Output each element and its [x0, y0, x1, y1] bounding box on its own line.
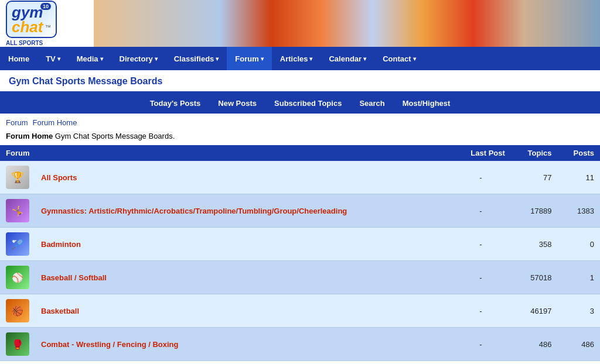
nav-classifieds[interactable]: Classifieds ▾	[166, 47, 227, 70]
last-post-cell: -	[451, 261, 511, 294]
table-row: ⚾Baseball / Softball-570181	[0, 261, 600, 294]
forum-icon-cell: 🤸	[0, 194, 35, 228]
posts-cell: 0	[558, 228, 600, 261]
forum-name-cell: Basketball	[35, 294, 451, 328]
nav-contact[interactable]: Contact ▾	[374, 47, 424, 70]
nav-media[interactable]: Media ▾	[69, 47, 111, 70]
topics-cell: 46197	[511, 294, 558, 328]
nav-forum[interactable]: Forum ▾	[227, 47, 271, 70]
col-posts: Posts	[558, 145, 600, 161]
posts-cell: 11	[558, 161, 600, 194]
topics-cell: 77	[511, 161, 558, 194]
breadcrumb-forum-home[interactable]: Forum Home	[33, 118, 77, 127]
logo-chat: chat	[12, 18, 43, 36]
table-row: 🏆All Sports-7711	[0, 161, 600, 194]
toolbar-search[interactable]: Search	[359, 99, 384, 108]
last-post-cell: -	[451, 228, 511, 261]
nav-directory[interactable]: Directory ▾	[111, 47, 166, 70]
toolbar-subscribed-topics[interactable]: Subscribed Topics	[274, 99, 342, 108]
topics-cell: 57018	[511, 261, 558, 294]
nav-tv-arrow: ▾	[57, 56, 60, 62]
posts-cell: 1383	[558, 194, 600, 228]
forum-name-cell: Badminton	[35, 228, 451, 261]
header-photo-collage	[94, 0, 600, 47]
nav-media-arrow: ▾	[100, 56, 103, 62]
forum-icon-cell: 🥊	[0, 328, 35, 361]
toolbar-todays-posts[interactable]: Today's Posts	[150, 99, 201, 108]
header: 10 gym chat ™ ALL SPORTS	[0, 0, 600, 47]
logo-area: 10 gym chat ™ ALL SPORTS	[0, 0, 94, 47]
header-banner	[94, 0, 600, 47]
nav-directory-arrow: ▾	[155, 56, 158, 62]
forum-icon-badminton: 🏸	[6, 232, 29, 256]
nav-articles-arrow: ▾	[309, 56, 312, 62]
topics-cell: 17889	[511, 194, 558, 228]
main-nav: Home TV ▾ Media ▾ Directory ▾ Classified…	[0, 47, 600, 70]
table-row: 🏸Badminton-3580	[0, 228, 600, 261]
posts-cell: 3	[558, 294, 600, 328]
breadcrumb: Forum Forum Home	[0, 114, 600, 129]
col-last-post: Last Post	[451, 145, 511, 161]
col-forum: Forum	[0, 145, 451, 161]
last-post-cell: -	[451, 161, 511, 194]
forum-name-cell: Gymnastics: Artistic/Rhythmic/Acrobatics…	[35, 194, 451, 228]
forum-name-cell: All Sports	[35, 161, 451, 194]
nav-forum-arrow: ▾	[261, 56, 264, 62]
forum-icon-cell: 🏆	[0, 161, 35, 194]
forum-table: Forum Last Post Topics Posts 🏆All Sports…	[0, 145, 600, 361]
forum-name-cell: Combat - Wrestling / Fencing / Boxing	[35, 328, 451, 361]
forum-link[interactable]: Basketball	[41, 307, 79, 315]
forum-link[interactable]: Badminton	[41, 240, 81, 249]
page-title-bar: Gym Chat Sports Message Boards	[0, 70, 600, 92]
logo-box: 10 gym chat ™ ALL SPORTS	[6, 1, 57, 46]
forum-icon-cell: 🏀	[0, 294, 35, 328]
nav-contact-arrow: ▾	[413, 56, 416, 62]
nav-tv[interactable]: TV ▾	[38, 47, 69, 70]
nav-articles[interactable]: Articles ▾	[272, 47, 321, 70]
posts-cell: 1	[558, 261, 600, 294]
nav-home[interactable]: Home	[0, 47, 38, 70]
forum-icon-basketball: 🏀	[6, 299, 29, 322]
topics-cell: 358	[511, 228, 558, 261]
last-post-cell: -	[451, 194, 511, 228]
toolbar-new-posts[interactable]: New Posts	[218, 99, 257, 108]
posts-cell: 486	[558, 328, 600, 361]
forum-icon-cell: 🏸	[0, 228, 35, 261]
forum-home-label: Forum Home Gym Chat Sports Message Board…	[0, 129, 600, 145]
table-header-row: Forum Last Post Topics Posts	[0, 145, 600, 161]
nav-calendar[interactable]: Calendar ▾	[321, 47, 374, 70]
forum-link[interactable]: Gymnastics: Artistic/Rhythmic/Acrobatics…	[41, 207, 347, 215]
page-title: Gym Chat Sports Message Boards	[9, 76, 162, 86]
forum-icon-cell: ⚾	[0, 261, 35, 294]
forum-icon-baseball: ⚾	[6, 266, 29, 289]
nav-classifieds-arrow: ▾	[216, 56, 219, 62]
logo-allsports: ALL SPORTS	[6, 40, 57, 46]
forum-icon-allsports: 🏆	[6, 166, 29, 189]
forum-link[interactable]: Baseball / Softball	[41, 273, 107, 282]
forum-link[interactable]: All Sports	[41, 173, 77, 182]
table-row: 🏀Basketball-461973	[0, 294, 600, 328]
last-post-cell: -	[451, 328, 511, 361]
forum-name-cell: Baseball / Softball	[35, 261, 451, 294]
nav-calendar-arrow: ▾	[363, 56, 366, 62]
last-post-cell: -	[451, 294, 511, 328]
forum-icon-gymnastics: 🤸	[6, 199, 29, 222]
forum-link[interactable]: Combat - Wrestling / Fencing / Boxing	[41, 340, 179, 349]
breadcrumb-forum[interactable]: Forum	[6, 118, 28, 127]
logo-tm: ™	[45, 24, 51, 30]
table-row: 🤸Gymnastics: Artistic/Rhythmic/Acrobatic…	[0, 194, 600, 228]
forum-icon-combat: 🥊	[6, 332, 29, 356]
toolbar-most-highest[interactable]: Most/Highest	[403, 99, 451, 108]
col-topics: Topics	[511, 145, 558, 161]
table-row: 🥊Combat - Wrestling / Fencing / Boxing-4…	[0, 328, 600, 361]
topics-cell: 486	[511, 328, 558, 361]
forum-toolbar: Today's Posts New Posts Subscribed Topic…	[0, 92, 600, 114]
logo-badge: 10	[40, 3, 51, 10]
